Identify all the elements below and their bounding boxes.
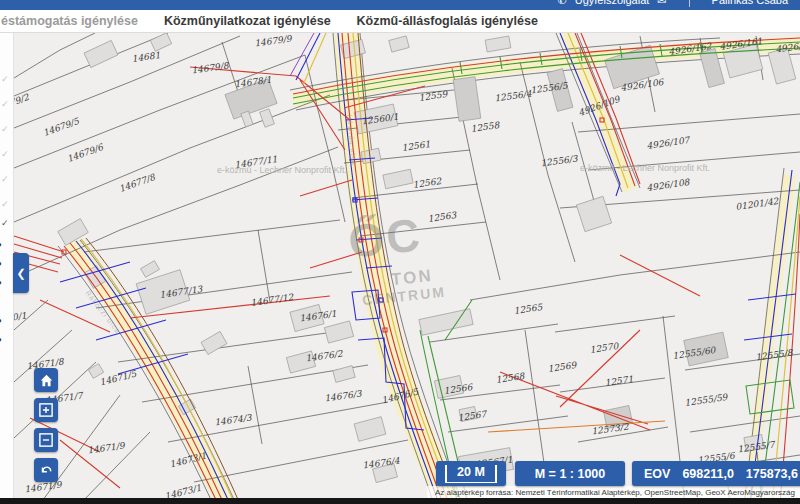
layer-check-icon[interactable]: ✓ [1,150,9,159]
service-link[interactable]: Ügyfélszolgálat [575,0,650,6]
bottom-black-strip [0,498,800,504]
zoom-out-icon [39,433,53,447]
layer-check-icon[interactable]: ✓ [1,200,9,209]
eov-label: EOV [644,467,670,481]
zoom-in-icon [39,403,53,417]
undo-icon [39,463,53,477]
user-name[interactable]: Pálinkás Csaba [712,0,788,6]
scale-bar: 20 M [436,461,506,486]
layer-panel-edge: ✓ ✓ ✓ ✓ ✓ ✓ ✓ ● ● ● ● ● [0,33,14,504]
tab-kozmu-allasfoglalas[interactable]: Közmű-állásfoglalás igénylése [357,14,538,28]
layer-item-icon[interactable]: ● [0,241,2,249]
layer-check-icon[interactable]: ✓ [1,175,9,184]
layer-item-icon[interactable]: ● [0,260,2,268]
zoom-in-button[interactable] [34,398,58,422]
map-canvas[interactable]: 1468114679/814678/114679/914679/214679/5… [0,0,800,504]
app-window: 1468114679/814678/114679/914679/214679/5… [0,0,800,504]
layer-item-icon[interactable]: ● [0,317,2,325]
scale-ratio-label: M = 1 : 1000 [535,467,606,481]
layer-check-icon[interactable]: ✓ [1,75,9,84]
home-button[interactable] [34,368,58,392]
tab-bar: éstámogatás igénylése Közműnyilatkozat i… [0,10,800,33]
mail-icon[interactable]: ✉ [657,0,666,7]
layer-item-icon[interactable]: ● [0,336,2,344]
scale-ratio-badge[interactable]: M = 1 : 1000 [515,461,625,486]
layer-check-icon[interactable]: ✓ [1,125,9,134]
layer-check-icon[interactable]: ✓ [1,219,9,228]
undo-button[interactable] [34,458,58,482]
eov-coordinates-badge[interactable]: EOV 698211,0 175873,6 [632,461,800,486]
chevron-left-icon: ❮ [16,267,25,280]
tab-kozmunyilatkozat[interactable]: Közműnyilatkozat igénylése [164,14,331,28]
layer-check-icon[interactable]: ✓ [1,100,9,109]
eov-x-value: 698211,0 [682,467,733,481]
eov-y-value: 175873,6 [746,467,798,481]
zoom-out-button[interactable] [34,428,58,452]
phone-icon[interactable]: ✆ [558,0,567,7]
map-drawing [0,0,800,504]
top-header-bar: ✆ Ügyfélszolgálat ✉ Pálinkás Csaba [0,0,800,10]
header-divider [689,0,690,7]
tab-tervezestamogatas[interactable]: éstámogatás igénylése [1,14,138,28]
scale-bar-label: 20 M [445,465,497,483]
panel-collapse-button[interactable]: ❮ [13,253,29,293]
layer-item-icon[interactable]: ● [0,279,2,287]
home-icon [40,374,53,387]
